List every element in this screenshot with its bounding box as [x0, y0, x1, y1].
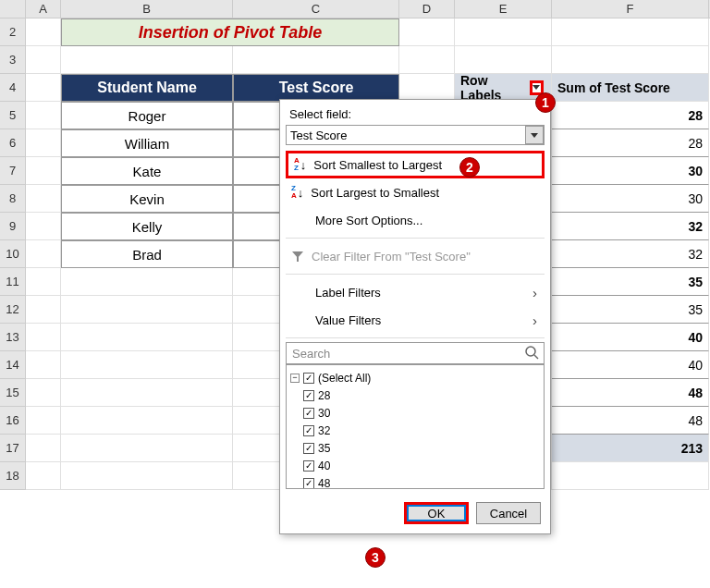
filter-search-input[interactable]: Search	[286, 342, 545, 364]
sort-asc-icon: AZ↓	[294, 157, 306, 172]
filter-item[interactable]: ✓35	[290, 439, 540, 457]
callout-1: 1	[535, 92, 556, 113]
field-select[interactable]: Test Score	[286, 125, 545, 145]
pivot-filter-menu: Select field: Test Score AZ↓ Sort Smalle…	[279, 99, 551, 534]
chevron-right-icon: ›	[532, 312, 537, 328]
svg-point-0	[526, 347, 535, 356]
tree-collapse-icon[interactable]: −	[290, 374, 300, 383]
title-cell[interactable]: Insertion of Pivot Table	[61, 18, 399, 46]
chevron-down-icon[interactable]	[525, 126, 544, 144]
sort-descending-item[interactable]: ZA↓ Sort Largest to Smallest	[286, 178, 545, 206]
column-headers: A B C D E F	[0, 0, 710, 18]
student-cell[interactable]: Roger	[61, 102, 233, 129]
filter-item[interactable]: ✓32	[290, 422, 540, 439]
chevron-right-icon: ›	[532, 285, 537, 300]
row-headers: 2 3 4 5 6 7 8 9 10 11 12 13 14 15 16 17 …	[0, 18, 26, 490]
search-icon	[524, 345, 539, 360]
checkbox-icon[interactable]: ✓	[303, 373, 314, 384]
funnel-clear-icon	[291, 250, 304, 263]
header-test-score[interactable]: Test Score	[233, 74, 399, 102]
pivot-sum-header[interactable]: Sum of Test Score	[552, 74, 709, 102]
header-student-name[interactable]: Student Name	[61, 74, 233, 102]
clear-filter-item: Clear Filter From "Test Score"	[286, 242, 545, 270]
select-all-row[interactable]: − ✓ (Select All)	[290, 369, 540, 386]
callout-2: 2	[459, 157, 480, 178]
filter-item[interactable]: ✓30	[290, 404, 540, 422]
filter-item[interactable]: ✓48	[290, 474, 540, 489]
filter-item[interactable]: ✓40	[290, 457, 540, 474]
filter-item[interactable]: ✓28	[290, 386, 540, 404]
svg-line-1	[534, 355, 538, 359]
value-filters-item[interactable]: Value Filters ›	[286, 306, 545, 334]
pivot-value[interactable]: 28	[552, 102, 709, 129]
sort-ascending-item[interactable]: AZ↓ Sort Smallest to Largest	[286, 151, 545, 178]
more-sort-options-item[interactable]: More Sort Options...	[286, 206, 545, 234]
ok-button[interactable]: OK	[404, 502, 469, 524]
select-field-label: Select field:	[289, 107, 545, 121]
sort-desc-icon: ZA↓	[291, 185, 303, 200]
filter-checklist[interactable]: − ✓ (Select All) ✓28 ✓30 ✓32 ✓35 ✓40 ✓48	[286, 364, 545, 489]
cancel-button[interactable]: Cancel	[476, 502, 541, 524]
label-filters-item[interactable]: Label Filters ›	[286, 278, 545, 306]
callout-3: 3	[365, 547, 386, 568]
